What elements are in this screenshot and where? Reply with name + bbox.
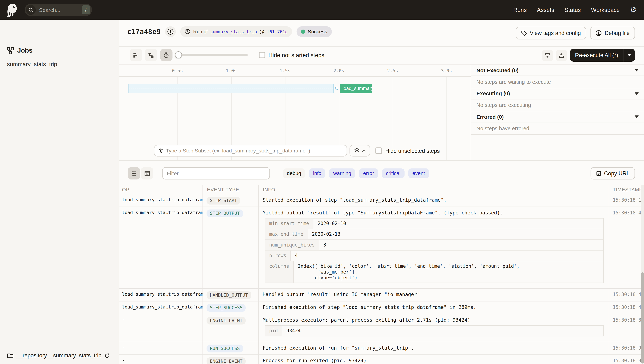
timeline-tick-label: 1.5s xyxy=(277,65,293,77)
log-level-chip[interactable]: debug xyxy=(283,168,305,178)
panel-section-header[interactable]: Errored (0) xyxy=(471,111,644,122)
dagster-logo-icon[interactable] xyxy=(6,3,19,17)
step-subset-field[interactable] xyxy=(154,145,347,156)
log-timestamp: 15:30:18.427 xyxy=(609,207,644,288)
step-subset-input[interactable] xyxy=(166,148,343,154)
event-type-badge: ENGINE_EVENT xyxy=(206,316,246,324)
scroll-to-bottom-button[interactable] xyxy=(542,50,553,61)
search-input[interactable] xyxy=(39,7,82,13)
info-icon[interactable] xyxy=(165,26,176,37)
checkbox-icon[interactable] xyxy=(258,52,265,58)
log-event-type: HANDLED_OUTPUT xyxy=(202,288,258,301)
log-timestamp: 15:30:18.152 xyxy=(609,194,644,206)
log-row: load_summary_sta…trip_dataframe STEP_STA… xyxy=(119,194,644,207)
log-event-type: STEP_START xyxy=(202,194,258,206)
log-table: OP EVENT TYPE INFO TIMESTAMP load_summar… xyxy=(119,185,644,364)
event-type-badge: RUN_SUCCESS xyxy=(206,344,243,352)
gear-icon[interactable]: ⚙ xyxy=(630,6,636,14)
log-level-chip[interactable]: event xyxy=(408,168,429,178)
timeline-tick-label: 1.0s xyxy=(223,65,240,77)
metadata-value: 4 xyxy=(291,250,603,260)
zoom-slider-track[interactable] xyxy=(174,54,248,56)
metadata-row: min_start_time 2020-02-10 xyxy=(265,218,604,229)
log-filter-input[interactable] xyxy=(162,167,270,180)
panel-section-title: Executing (0) xyxy=(476,90,510,96)
scroll-to-top-button[interactable] xyxy=(556,50,567,61)
left-sidebar: Jobs summary_stats_trip __repository__su… xyxy=(0,20,119,364)
col-header-event-type: EVENT TYPE xyxy=(207,187,239,193)
chevron-down-icon xyxy=(628,54,631,56)
log-info: Finished execution of step "load_summary… xyxy=(258,301,609,314)
log-level-chip[interactable]: error xyxy=(359,168,378,178)
op-selector-icon xyxy=(158,148,164,154)
metadata-row: num_unique_bikes 3 xyxy=(265,239,604,250)
scrollbar-thumb[interactable] xyxy=(641,272,644,364)
log-info-text: Multiprocess executor: parent process ex… xyxy=(263,317,605,323)
event-type-badge: HANDLED_OUTPUT xyxy=(206,291,251,299)
zoom-slider[interactable] xyxy=(174,49,248,61)
layers-icon xyxy=(354,148,360,154)
search-shortcut-key: / xyxy=(82,6,90,14)
panel-section-header[interactable]: Executing (0) xyxy=(471,88,644,99)
run-of-pill[interactable]: Run of summary_stats_trip @ f61f761c xyxy=(180,26,292,37)
at-sign: @ xyxy=(259,29,264,34)
log-op: - xyxy=(119,342,202,354)
pipeline-link[interactable]: summary_stats_trip xyxy=(210,29,257,34)
log-row: - ENGINE_EVENT Process for run exited (p… xyxy=(119,355,644,364)
log-op: - xyxy=(119,314,202,342)
metadata-value: 3 xyxy=(319,240,603,250)
reexecute-dropdown-button[interactable] xyxy=(624,54,635,56)
clipboard-icon xyxy=(596,170,601,176)
log-event-type: RUN_SUCCESS xyxy=(202,342,258,354)
tag-icon xyxy=(521,30,527,36)
top-nav-bar: / RunsAssetsStatusWorkspace⚙ xyxy=(0,0,644,20)
metadata-row: pid 93424 xyxy=(265,325,604,336)
log-row: load_summary_sta…trip_dataframe STEP_SUC… xyxy=(119,301,644,314)
hide-not-started-checkbox[interactable]: Hide not started steps xyxy=(258,49,324,61)
log-level-chip[interactable]: warning xyxy=(329,168,355,178)
history-icon xyxy=(185,29,191,34)
folder-icon xyxy=(7,353,14,358)
col-header-info: INFO xyxy=(263,187,275,193)
gantt-waterfall-view-button[interactable] xyxy=(145,49,157,61)
snapshot-link[interactable]: f61f761c xyxy=(267,29,288,34)
nav-link[interactable]: Runs xyxy=(513,6,527,13)
log-structured-view-button[interactable] xyxy=(141,167,153,180)
debug-file-button[interactable]: Debug file xyxy=(590,27,635,40)
metadata-key: pid xyxy=(265,326,282,336)
log-event-type: STEP_SUCCESS xyxy=(202,301,258,314)
hide-unselected-checkbox[interactable]: Hide unselected steps xyxy=(375,145,440,156)
zoom-slider-handle[interactable] xyxy=(175,51,182,58)
log-info: Handled output "result" using IO manager… xyxy=(258,288,609,301)
gantt-flat-view-button[interactable] xyxy=(130,49,142,61)
metadata-table: pid 93424 xyxy=(265,325,604,336)
refresh-icon[interactable] xyxy=(104,353,110,358)
log-level-chip[interactable]: critical xyxy=(382,168,404,178)
nav-link[interactable]: Assets xyxy=(537,6,554,13)
repository-row[interactable]: __repository__summary_stats_trip xyxy=(7,352,110,358)
log-op: load_summary_sta…trip_dataframe xyxy=(119,207,202,288)
log-row: load_summary_sta…trip_dataframe STEP_OUT… xyxy=(119,207,644,289)
panel-section-body: No steps are executing xyxy=(471,99,644,111)
view-tags-config-button[interactable]: View tags and config xyxy=(516,27,586,40)
global-search[interactable]: / xyxy=(25,4,92,16)
sidebar-item-job[interactable]: summary_stats_trip xyxy=(7,61,57,67)
metadata-value: Index(['bike_id', 'color', 'start_time',… xyxy=(294,261,603,282)
checkbox-icon[interactable] xyxy=(375,148,382,154)
gantt-step-bar[interactable]: load_summary_stats_trip_dataframe xyxy=(340,84,372,93)
log-level-chip[interactable]: info xyxy=(309,168,326,178)
metadata-value: 93424 xyxy=(282,326,603,336)
reexecute-all-button[interactable]: Re-execute All (*) xyxy=(570,49,635,62)
log-info-text: Process for run exited (pid: 93424). xyxy=(263,358,605,364)
run-of-label: Run of xyxy=(193,29,208,34)
copy-url-button[interactable]: Copy URL xyxy=(590,167,635,180)
chevron-down-icon xyxy=(635,115,639,118)
nav-link[interactable]: Status xyxy=(564,6,581,13)
nav-link[interactable]: Workspace xyxy=(591,6,620,13)
log-event-type: ENGINE_EVENT xyxy=(202,314,258,342)
log-list-view-button[interactable] xyxy=(128,167,140,180)
graph-query-toggle-button[interactable] xyxy=(350,145,370,156)
panel-section-header[interactable]: Not Executed (0) xyxy=(471,65,644,76)
panel-section-title: Errored (0) xyxy=(476,114,504,120)
gantt-timed-view-button[interactable] xyxy=(160,49,172,61)
